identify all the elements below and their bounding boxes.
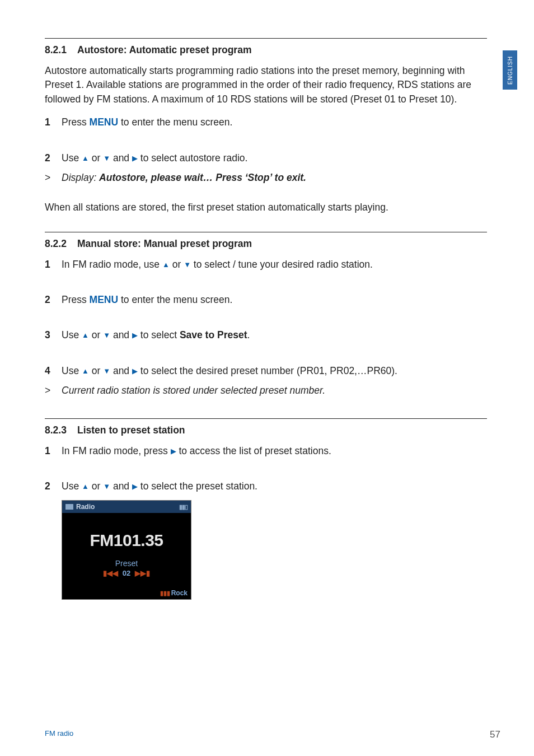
up-arrow-icon: ▲: [82, 482, 89, 492]
step-1: 1 Press MENU to enter the menu screen.: [45, 115, 442, 129]
device-screenshot: Radio ▮▮▯ FM101.35 Preset ▮◀◀ 02 ▶▶▮ ▮▮▮…: [62, 500, 191, 600]
right-arrow-icon: ▶: [171, 446, 176, 457]
step-2: 2 Use ▲ or ▼ and ▶ to select autostore r…: [45, 151, 442, 165]
signal-icon: ▮▮▯: [179, 503, 188, 511]
after-paragraph: When all stations are stored, the first …: [45, 200, 487, 214]
result-marker: >: [45, 171, 62, 185]
language-tab: ENGLISH: [503, 50, 517, 90]
divider: [45, 418, 487, 419]
step-number: 1: [45, 444, 62, 458]
device-header: Radio ▮▮▯: [62, 501, 191, 513]
divider: [45, 38, 487, 39]
heading-text: Autostore: Automatic preset program: [77, 44, 251, 55]
heading-number: 8.2.3: [45, 424, 77, 436]
step-text: Use ▲ or ▼ and ▶ to select the preset st…: [62, 479, 442, 493]
step-text: Use ▲ or ▼ and ▶ to select the desired p…: [62, 364, 442, 378]
up-arrow-icon: ▲: [162, 260, 170, 270]
step-number: 4: [45, 364, 62, 378]
step-text: In FM radio mode, press ▶ to access the …: [62, 444, 442, 458]
heading-text: Listen to preset station: [77, 424, 185, 436]
heading-number: 8.2.1: [45, 44, 77, 56]
device-footer: ▮▮▮Rock: [160, 589, 188, 598]
right-arrow-icon: ▶: [132, 330, 138, 341]
down-arrow-icon: ▼: [103, 482, 110, 492]
next-track-icon: ▶▶▮: [135, 569, 150, 577]
step-number: 1: [45, 258, 62, 272]
prev-track-icon: ▮◀◀: [103, 569, 118, 577]
step-number: 2: [45, 479, 62, 493]
heading-822: 8.2.2Manual store: Manual preset program: [45, 238, 442, 250]
language-tab-label: ENGLISH: [507, 56, 513, 85]
page-content: 8.2.1Autostore: Automatic preset program…: [0, 0, 487, 622]
heading-821: 8.2.1Autostore: Automatic preset program: [45, 44, 442, 56]
step-number: 2: [45, 293, 62, 307]
result-text: Display: Autostore, please wait… Press ‘…: [62, 171, 442, 185]
device-preset-label: Preset: [62, 559, 191, 568]
step-text: In FM radio mode, use ▲ or ▼ to select /…: [62, 258, 442, 272]
right-arrow-icon: ▶: [132, 153, 138, 164]
device-genre: Rock: [171, 589, 188, 597]
heading-823: 8.2.3Listen to preset station: [45, 424, 442, 436]
step-2: 2 Use ▲ or ▼ and ▶ to select the preset …: [45, 479, 442, 493]
step-result: > Display: Autostore, please wait… Press…: [45, 171, 442, 185]
device-preset-row: ▮◀◀ 02 ▶▶▮: [62, 569, 191, 577]
down-arrow-icon: ▼: [103, 153, 110, 164]
device-preset-number: 02: [123, 569, 130, 577]
device-frequency: FM101.35: [62, 531, 191, 550]
up-arrow-icon: ▲: [82, 366, 89, 377]
down-arrow-icon: ▼: [103, 366, 110, 377]
intro-paragraph: Autostore automatically starts programmi…: [45, 64, 487, 106]
footer-section: FM radio: [45, 729, 73, 740]
equalizer-icon: ▮▮▮: [160, 590, 170, 596]
step-number: 1: [45, 115, 62, 129]
menu-keyword: MENU: [90, 294, 119, 305]
step-1: 1 In FM radio mode, press ▶ to access th…: [45, 444, 442, 458]
up-arrow-icon: ▲: [82, 330, 89, 341]
right-arrow-icon: ▶: [132, 482, 138, 492]
up-arrow-icon: ▲: [82, 153, 89, 164]
right-arrow-icon: ▶: [132, 366, 138, 377]
step-1: 1 In FM radio mode, use ▲ or ▼ to select…: [45, 258, 442, 272]
device-mode-label: Radio: [76, 503, 95, 511]
page-footer: FM radio 57: [45, 729, 500, 740]
step-2: 2 Press MENU to enter the menu screen.: [45, 293, 442, 307]
step-result: > Current radio station is stored under …: [45, 384, 442, 398]
menu-keyword: MENU: [90, 116, 119, 128]
heading-text: Manual store: Manual preset program: [77, 238, 252, 249]
down-arrow-icon: ▼: [103, 330, 110, 341]
step-text: Use ▲ or ▼ and ▶ to select autostore rad…: [62, 151, 442, 165]
step-text: Use ▲ or ▼ and ▶ to select Save to Prese…: [62, 328, 442, 342]
step-text: Press MENU to enter the menu screen.: [62, 115, 442, 129]
result-marker: >: [45, 384, 62, 398]
step-3: 3 Use ▲ or ▼ and ▶ to select Save to Pre…: [45, 328, 442, 342]
result-text: Current radio station is stored under se…: [62, 384, 442, 398]
divider: [45, 232, 487, 232]
step-4: 4 Use ▲ or ▼ and ▶ to select the desired…: [45, 364, 442, 378]
step-number: 3: [45, 328, 62, 342]
down-arrow-icon: ▼: [184, 260, 191, 270]
footer-page-number: 57: [490, 729, 500, 740]
radio-icon: [65, 504, 73, 510]
step-text: Press MENU to enter the menu screen.: [62, 293, 442, 307]
heading-number: 8.2.2: [45, 238, 77, 250]
step-number: 2: [45, 151, 62, 165]
